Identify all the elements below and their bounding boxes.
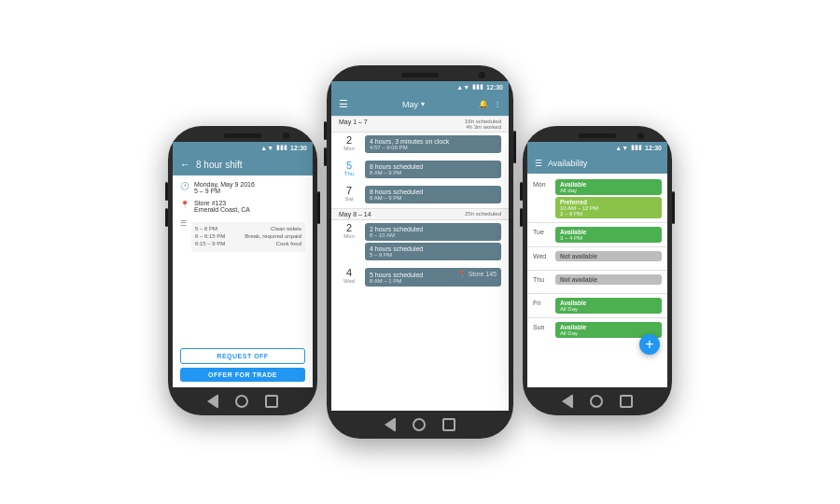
- task-1-time: 5 – 6 PM: [195, 226, 217, 231]
- camera2: [479, 72, 485, 78]
- shift-card-2h[interactable]: 2 hours scheduled 8 – 10 AM: [365, 223, 501, 241]
- add-availability-fab[interactable]: +: [639, 334, 660, 355]
- avail-chip-fri[interactable]: Available All Day: [555, 298, 662, 314]
- day-2w2-shifts: 2 hours scheduled 8 – 10 AM 4 hours sche…: [365, 223, 501, 262]
- chip-tue-label: Available: [560, 229, 657, 235]
- divider-1: [527, 222, 667, 223]
- day-num-7: 7 Sat: [339, 186, 359, 202]
- day-4-shifts: 5 hours scheduled 📍 Store 145 8 AM – 1 P…: [365, 268, 501, 288]
- shift-store: Store #123: [194, 200, 250, 206]
- dropdown-icon[interactable]: ▾: [421, 100, 425, 108]
- offer-trade-button[interactable]: OFFER FOR TRADE: [180, 368, 305, 382]
- menu-icon[interactable]: ☰: [339, 98, 348, 110]
- camera3: [637, 133, 644, 139]
- week2-scheduled: 25h scheduled: [465, 211, 501, 217]
- shift-card-5h[interactable]: 5 hours scheduled 📍 Store 145 8 AM – 1 P…: [365, 268, 501, 287]
- avail-chip-wed[interactable]: Not available: [555, 251, 662, 261]
- shift-location: Emerald Coast, CA: [194, 206, 250, 213]
- location-icon: 📍: [180, 201, 189, 209]
- avail-row-mon: Mon Available All day Preferred 10 AM – …: [527, 177, 667, 220]
- avail-chip-tue[interactable]: Available 3 – 4 PM: [555, 227, 662, 243]
- day-2w2-name: Mon: [343, 233, 355, 239]
- shift-card-clock[interactable]: 4 hours, 3 minutes on clock 4:57 – 9:00 …: [365, 135, 501, 153]
- shift-tasks-row: ☰ 5 – 6 PM Clean toilets 6 – 6:15 PM Bre…: [180, 218, 305, 252]
- avail-day-tue: Tue: [533, 227, 552, 235]
- divider-3: [527, 270, 667, 271]
- task-1-desc: Clean toilets: [271, 226, 301, 231]
- avail-chip-thu[interactable]: Not available: [555, 274, 662, 285]
- task-2-time: 6 – 6:15 PM: [195, 233, 225, 239]
- shift-location-row: 📍 Store #123 Emerald Coast, CA: [180, 200, 305, 213]
- home-nav-btn[interactable]: [235, 395, 248, 408]
- avail-row-fri: Fri Available All Day: [527, 296, 667, 315]
- day-4-number: 4: [346, 268, 352, 278]
- phone1-screen: ▲▼ ▮▮▮ 12:30 ← 8 hour shift 🕐 Monday, Ma…: [173, 142, 313, 387]
- week2-header: May 8 – 14 25h scheduled: [331, 208, 509, 220]
- shift-thu-time: 8 AM – 9 PM: [370, 170, 497, 175]
- cal-title: May ▾: [402, 100, 425, 109]
- phone3-top: [523, 126, 672, 142]
- week2-label: May 8 – 14: [339, 211, 371, 217]
- day-7-name: Sat: [344, 196, 353, 202]
- recents-nav-btn3[interactable]: [620, 395, 633, 408]
- phone2-time: 12:30: [486, 84, 503, 91]
- phone1-time: 12:30: [290, 145, 307, 151]
- chip-pref-sub2: 2 – 9 PM: [560, 211, 657, 217]
- shift-thu-title: 8 hours scheduled: [370, 163, 497, 170]
- phone2-top: [327, 65, 513, 81]
- avail-header: ☰ Availability: [527, 153, 667, 174]
- bell-icon[interactable]: 🔔: [479, 100, 488, 108]
- avail-slots-tue: Available 3 – 4 PM: [555, 227, 662, 243]
- shift-clock-time: 4:57 – 9:00 PM: [370, 145, 497, 150]
- avail-day-sun: Sun: [533, 322, 552, 330]
- day-2-number: 2: [346, 135, 352, 146]
- cal-day-5thu: 5 Thu 8 hours scheduled 8 AM – 9 PM: [331, 158, 509, 183]
- signal-icon2: ▲▼: [456, 84, 469, 91]
- avail-menu-icon[interactable]: ☰: [535, 159, 542, 168]
- back-nav-btn2[interactable]: [385, 417, 396, 432]
- cal-month: May: [402, 100, 418, 109]
- task-3-time: 6:15 – 9 PM: [195, 241, 225, 246]
- shift-sat-title: 8 hours scheduled: [370, 189, 497, 195]
- avail-row-thu: Thu Not available: [527, 273, 667, 291]
- cal-header-actions: 🔔 ⋮: [479, 100, 501, 108]
- shift-clock-title: 4 hours, 3 minutes on clock: [370, 138, 497, 145]
- chip-pref-label: Preferred: [560, 199, 657, 205]
- wifi-icon3: ▮▮▮: [631, 144, 642, 151]
- back-nav-btn3[interactable]: [562, 394, 573, 409]
- week1-label: May 1 – 7: [339, 119, 368, 130]
- avail-chip-mon-available[interactable]: Available All day: [555, 179, 662, 195]
- avail-chip-mon-preferred[interactable]: Preferred 10 AM – 12 PM 2 – 9 PM: [555, 197, 662, 218]
- avail-body: Mon Available All day Preferred 10 AM – …: [527, 174, 667, 387]
- phone3-time: 12:30: [645, 145, 662, 151]
- shift-content: 🕐 Monday, May 9 2016 5 – 9 PM 📍 Store #1…: [173, 175, 313, 343]
- home-nav-btn2[interactable]: [413, 418, 426, 431]
- shift-card-4h[interactable]: 4 hours scheduled 5 – 9 PM: [365, 243, 501, 260]
- back-nav-btn[interactable]: [207, 394, 218, 409]
- avail-row-tue: Tue Available 3 – 4 PM: [527, 225, 667, 245]
- task-3-desc: Cook food: [276, 241, 301, 246]
- back-icon[interactable]: ←: [180, 159, 190, 170]
- cal-day-2mon-w2: 2 Mon 2 hours scheduled 8 – 10 AM 4 hour…: [331, 220, 509, 265]
- phone1-status-bar: ▲▼ ▮▮▮ 12:30: [173, 142, 313, 153]
- avail-day-thu: Thu: [533, 274, 552, 283]
- shift-date-row: 🕐 Monday, May 9 2016 5 – 9 PM: [180, 181, 305, 194]
- phone3-bottom-bar: [523, 387, 672, 415]
- shift-date-info: Monday, May 9 2016 5 – 9 PM: [194, 181, 255, 194]
- home-nav-btn3[interactable]: [590, 395, 603, 408]
- task-3: 6:15 – 9 PM Cook food: [195, 241, 301, 246]
- recents-nav-btn[interactable]: [265, 395, 278, 408]
- week1-header: May 1 – 7 16h scheduled 4h 3m worked: [331, 116, 509, 133]
- request-off-button[interactable]: REQUEST OFF: [180, 348, 305, 364]
- phone2-status-bar: ▲▼ ▮▮▮ 12:30: [331, 81, 509, 92]
- day-2-name: Mon: [343, 146, 355, 151]
- shift-sat-time: 8 AM – 9 PM: [370, 195, 497, 201]
- recents-nav-btn2[interactable]: [442, 418, 455, 431]
- speaker2: [401, 73, 439, 77]
- more-icon[interactable]: ⋮: [494, 100, 501, 108]
- avail-day-wed: Wed: [533, 251, 552, 259]
- chip-wed-label: Not available: [560, 253, 657, 259]
- shift-card-thu[interactable]: 8 hours scheduled 8 AM – 9 PM: [365, 161, 501, 178]
- task-2: 6 – 6:15 PM Break, required unpaid: [195, 233, 301, 239]
- shift-card-sat[interactable]: 8 hours scheduled 8 AM – 9 PM: [365, 186, 501, 203]
